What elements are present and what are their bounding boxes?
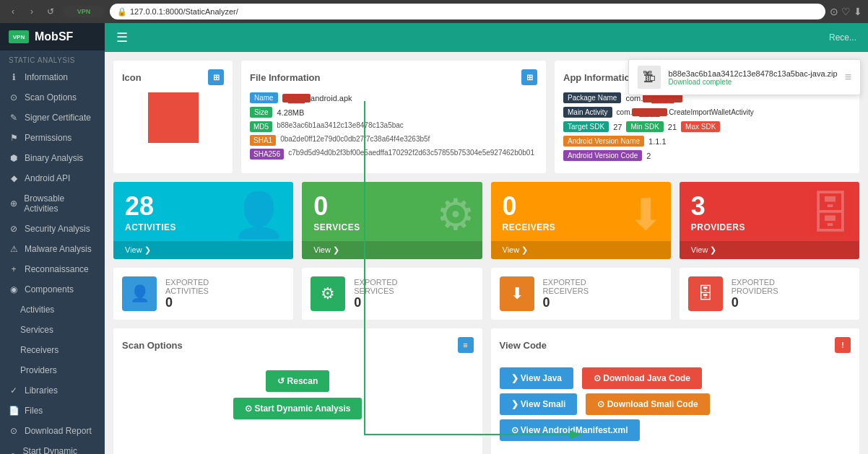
- main-content: 🗜 b88e3ac6b1aa3412c13e8478c13a5bac-java.…: [105, 52, 868, 454]
- view-smali-button[interactable]: ❯ View Smali: [500, 393, 578, 415]
- file-name-row: Name ███android.apk: [250, 92, 537, 103]
- sidebar-item-libraries[interactable]: ✓ Libraries: [0, 380, 105, 401]
- sidebar-item-browsable[interactable]: ⊕ Browsable Activities: [0, 188, 105, 219]
- max-sdk-label: Max SDK: [681, 121, 720, 132]
- url-text: 127.0.0.1:8000/StaticAnalyzer/: [130, 7, 238, 16]
- providers-view[interactable]: View ❯: [680, 241, 859, 259]
- sidebar-label-download-report: Download Report: [25, 426, 92, 436]
- icon-card-btn[interactable]: ⊞: [208, 69, 224, 85]
- bottom-row: Scan Options ≡ ↺ Rescan ⊙ Start Dynamic …: [113, 328, 859, 454]
- services-view[interactable]: View ❯: [302, 241, 482, 259]
- rescan-button[interactable]: ↺ Rescan: [266, 370, 329, 392]
- version-name-value: 1.1.1: [648, 137, 666, 146]
- services-tile[interactable]: ⚙ 0 SERVICES View ❯: [302, 182, 482, 259]
- min-sdk-label: Min SDK: [626, 121, 663, 132]
- sidebar-item-services[interactable]: Services: [0, 320, 105, 340]
- version-name-row: Android Version Name 1.1.1: [563, 136, 851, 147]
- target-sdk-label: Target SDK: [563, 121, 609, 132]
- sidebar-item-permissions[interactable]: ⚑ Permissions: [0, 128, 105, 148]
- sidebar-label-dynamic: Start Dynamic Analysis: [23, 446, 96, 454]
- exported-receivers-count: 0: [543, 295, 589, 310]
- exported-providers-icon: 🗄: [688, 276, 723, 311]
- reload-button[interactable]: ↺: [43, 4, 58, 19]
- sidebar-item-malware[interactable]: ⚠ Malware Analysis: [0, 239, 105, 259]
- download-report-icon: ⊙: [9, 426, 19, 436]
- receivers-bg-icon: ⬇: [628, 189, 664, 240]
- md5-label: MD5: [250, 121, 272, 132]
- sidebar-item-information[interactable]: ℹ Information: [0, 67, 105, 87]
- libraries-icon: ✓: [9, 385, 19, 396]
- file-size-row: Size 4.28MB: [250, 107, 537, 118]
- components-icon: ◉: [9, 284, 19, 294]
- sidebar-label-binary: Binary Analysis: [25, 153, 83, 163]
- size-label: Size: [250, 107, 272, 118]
- permissions-icon: ⚑: [9, 133, 19, 143]
- target-sdk-value: 27: [613, 123, 622, 131]
- sidebar-item-binary[interactable]: ⬢ Binary Analysis: [0, 148, 105, 168]
- app-info-title: App Information: [563, 72, 635, 83]
- exported-activities-count: 0: [165, 295, 209, 310]
- exported-providers-count: 0: [732, 295, 778, 310]
- receivers-view[interactable]: View ❯: [491, 241, 671, 259]
- sidebar-item-activities[interactable]: Activities: [0, 300, 105, 320]
- services-bg-icon: ⚙: [436, 189, 475, 240]
- sidebar-label-permissions: Permissions: [25, 133, 71, 143]
- app-icon: [148, 92, 199, 143]
- sidebar-label-services: Services: [20, 325, 53, 335]
- receivers-tile[interactable]: ⬇ 0 RECEIVERS View ❯: [491, 182, 671, 259]
- scan-options-btn[interactable]: ≡: [458, 337, 474, 353]
- min-sdk-value: 21: [668, 123, 677, 131]
- activities-tile[interactable]: 👤 28 ACTIVITIES View ❯: [113, 182, 293, 259]
- sdk-row: Target SDK 27 Min SDK 21 Max SDK: [563, 121, 851, 132]
- back-button[interactable]: ‹: [6, 4, 20, 19]
- sidebar-label-malware: Malware Analysis: [25, 244, 92, 254]
- sidebar-item-signer[interactable]: ✎ Signer Certificate: [0, 108, 105, 128]
- hamburger-icon[interactable]: ☰: [116, 30, 128, 45]
- download-smali-button[interactable]: ⊙ Download Smali Code: [586, 393, 709, 415]
- toast-close-button[interactable]: ≡: [845, 71, 851, 84]
- sidebar-item-scanoptions[interactable]: ⊙ Scan Options: [0, 87, 105, 108]
- sha256-value: c7b9d5d94d0b2f3bf00e5aedffa170292f2d63c5…: [288, 149, 534, 157]
- sidebar-label-api: Android API: [25, 173, 70, 183]
- exported-providers-label: EXPORTEDPROVIDERS: [732, 278, 778, 295]
- view-manifest-button[interactable]: ⊙ View AndroidManifest.xml: [500, 419, 640, 441]
- sidebar-item-api[interactable]: ◆ Android API: [0, 168, 105, 188]
- main-activity-label: Main Activity: [563, 107, 612, 118]
- sidebar-item-download-report[interactable]: ⊙ Download Report: [0, 421, 105, 441]
- url-bar[interactable]: 🔒 127.0.0.1:8000/StaticAnalyzer/: [110, 4, 825, 19]
- sidebar-item-dynamic[interactable]: ⊙ Start Dynamic Analysis: [0, 441, 105, 454]
- start-dynamic-analysis-button[interactable]: ⊙ Start Dynamic Analysis: [233, 398, 362, 419]
- version-code-label: Android Version Code: [563, 150, 642, 161]
- sidebar-item-security[interactable]: ⊘ Security Analysis: [0, 219, 105, 239]
- sha256-row: SHA256 c7b9d5d94d0b2f3bf00e5aedffa170292…: [250, 149, 537, 160]
- providers-tile[interactable]: 🗄 3 PROVIDERS View ❯: [680, 182, 859, 259]
- sidebar-label-activities: Activities: [20, 305, 54, 315]
- sidebar-label-providers: Providers: [20, 365, 57, 375]
- main-activity-value: com.████.CreateImportWalletActivity: [617, 108, 754, 116]
- sidebar-label-files: Files: [25, 406, 43, 416]
- activities-view[interactable]: View ❯: [113, 241, 293, 259]
- browser-chrome: ‹ › ↺ VPN 🔒 127.0.0.1:8000/StaticAnalyze…: [0, 0, 868, 23]
- sidebar-item-recon[interactable]: + Reconnaissance: [0, 259, 105, 279]
- exported-services-label: EXPORTEDSERVICES: [354, 278, 397, 295]
- sidebar-item-receivers[interactable]: Receivers: [0, 340, 105, 360]
- file-info-btn[interactable]: ⊞: [521, 69, 537, 85]
- info-icon: ℹ: [9, 72, 19, 82]
- view-java-button[interactable]: ❯ View Java: [500, 367, 574, 389]
- download-java-button[interactable]: ⊙ Download Java Code: [582, 367, 702, 389]
- exported-services-count: 0: [354, 295, 397, 310]
- sidebar-label-recon: Reconnaissance: [25, 264, 89, 274]
- sidebar-item-files[interactable]: 📄 Files: [0, 401, 105, 421]
- exported-activities-card: 👤 EXPORTEDACTIVITIES 0: [113, 268, 293, 320]
- sidebar-item-providers[interactable]: Providers: [0, 360, 105, 380]
- sha1-label: SHA1: [250, 135, 276, 146]
- sidebar-item-components[interactable]: ◉ Components: [0, 279, 105, 300]
- sidebar-label-security: Security Analysis: [25, 224, 90, 234]
- sha256-label: SHA256: [250, 149, 284, 160]
- forward-button[interactable]: ›: [25, 4, 39, 19]
- sidebar-label-browsable: Browsable Activities: [24, 193, 96, 214]
- exported-providers-card: 🗄 EXPORTEDPROVIDERS 0: [680, 268, 859, 320]
- view-code-btn[interactable]: !: [835, 337, 851, 353]
- logo-icon: VPN: [9, 30, 29, 43]
- binary-icon: ⬢: [9, 153, 19, 163]
